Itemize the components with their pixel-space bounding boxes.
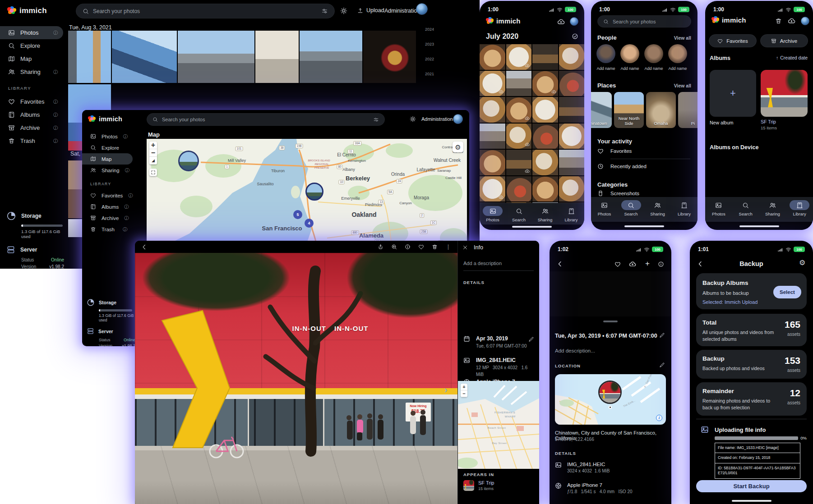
map-zoom-out-button[interactable]: − xyxy=(149,149,157,157)
photo-thumbnail[interactable] xyxy=(178,31,254,83)
add-name-label[interactable]: Add name xyxy=(644,66,663,71)
nav-item-photos[interactable]: Photos xyxy=(480,203,506,225)
back-button[interactable] xyxy=(557,261,564,267)
photo-thumbnail[interactable] xyxy=(112,31,177,83)
immich-logo[interactable]: immich xyxy=(7,6,47,15)
photo-thumbnail[interactable] xyxy=(559,71,585,96)
photo-preview[interactable] xyxy=(550,271,671,316)
theme-toggle-button[interactable] xyxy=(340,7,347,14)
add-name-label[interactable]: Add name xyxy=(596,66,615,71)
person[interactable]: Add name xyxy=(596,44,615,71)
info-icon[interactable]: ⓘ xyxy=(53,30,58,36)
photo-thumbnail[interactable] xyxy=(300,31,362,83)
search-input[interactable]: Search your photos xyxy=(76,4,335,18)
map-zoom-in-button[interactable]: + xyxy=(461,384,467,390)
nav-item-search[interactable]: Search xyxy=(618,197,644,222)
photo-thumbnail[interactable] xyxy=(532,124,558,149)
edit-location-button[interactable] xyxy=(659,362,665,368)
photo-thumbnail[interactable] xyxy=(532,176,558,202)
nav-item-library[interactable]: Library xyxy=(671,197,698,222)
delete-button[interactable] xyxy=(432,244,438,250)
nav-item-sharing[interactable]: Sharing xyxy=(759,197,786,222)
upload-cloud-button[interactable] xyxy=(629,261,636,268)
home-indicator[interactable] xyxy=(739,225,779,227)
info-icon[interactable]: ⓘ xyxy=(123,133,128,140)
theme-toggle-button[interactable] xyxy=(410,116,416,122)
photo-thumbnail[interactable] xyxy=(532,44,558,70)
photo-thumbnail[interactable] xyxy=(532,150,558,175)
upload-button[interactable]: Upload xyxy=(357,7,384,14)
trash-icon[interactable] xyxy=(775,18,782,24)
sidebar-item-map[interactable]: Map xyxy=(0,52,63,65)
backup-cloud-icon[interactable] xyxy=(788,17,795,25)
sidebar-item-explore[interactable]: Explore xyxy=(0,39,63,52)
face-thumbnail[interactable] xyxy=(644,44,663,63)
description-input[interactable]: Add a description xyxy=(463,261,534,266)
immich-logo[interactable]: immich xyxy=(88,115,122,123)
user-avatar[interactable] xyxy=(801,17,809,25)
photo-thumbnail[interactable] xyxy=(559,124,585,149)
sidebar-item-photos[interactable]: Photosⓘ xyxy=(0,26,63,39)
home-indicator[interactable] xyxy=(732,500,771,502)
map-zoom-controls[interactable]: + − ◢ xyxy=(149,142,157,165)
album-link[interactable]: SF Trip 15 items xyxy=(463,480,494,491)
favorite-button[interactable] xyxy=(418,244,424,250)
sheet-drag-handle[interactable] xyxy=(603,321,618,322)
sidebar-item-favorites[interactable]: Favoritesⓘ xyxy=(0,95,63,108)
location-map[interactable]: The Emb... d - San Francisco Ferry B... … xyxy=(555,374,666,425)
new-album-button[interactable]: + xyxy=(710,70,756,117)
map-cluster-marker[interactable]: 4 xyxy=(305,219,314,228)
sidebar-item-sharing[interactable]: Sharingⓘ xyxy=(0,65,63,78)
user-avatar[interactable] xyxy=(453,114,463,124)
map-compass-button[interactable]: ◢ xyxy=(149,157,157,165)
select-albums-button[interactable]: Select xyxy=(773,286,801,298)
administration-link[interactable]: Administration xyxy=(384,8,420,14)
sidebar-item-archive[interactable]: Archiveⓘ xyxy=(82,212,133,224)
map-zoom-out-button[interactable]: − xyxy=(461,390,467,397)
photo-thumbnail[interactable] xyxy=(532,97,558,123)
photo-thumbnail[interactable] xyxy=(559,176,585,202)
sidebar-item-sharing[interactable]: Sharingⓘ xyxy=(82,165,133,176)
photo-map-marker[interactable] xyxy=(598,380,622,404)
place-tile-omaha[interactable]: Omaha xyxy=(646,92,676,128)
nav-item-search[interactable]: Search xyxy=(732,197,759,222)
share-button[interactable] xyxy=(378,244,383,250)
nav-item-search[interactable]: Search xyxy=(506,203,532,225)
search-filters-icon[interactable] xyxy=(373,117,379,123)
info-icon[interactable]: ⓘ xyxy=(128,192,133,199)
map-photo-marker[interactable] xyxy=(178,151,199,171)
photo-thumbnail[interactable] xyxy=(532,71,558,96)
info-icon[interactable]: ⓘ xyxy=(53,125,58,131)
activity-recently-added[interactable]: Recently added xyxy=(597,163,647,170)
info-icon[interactable]: ⓘ xyxy=(123,226,127,233)
info-icon[interactable]: ⓘ xyxy=(53,138,58,144)
map-cluster-marker[interactable]: 5 xyxy=(293,210,302,219)
zoom-button[interactable] xyxy=(391,244,397,250)
category-screenshots[interactable]: Screenshots xyxy=(597,190,639,197)
search-input[interactable]: Search your photos xyxy=(597,15,691,27)
photo-thumbnail[interactable] xyxy=(506,71,532,96)
info-button[interactable] xyxy=(405,244,411,250)
person[interactable]: Add name xyxy=(668,44,687,71)
favorites-button[interactable]: Favorites xyxy=(709,34,757,47)
photo-thumbnail[interactable] xyxy=(480,150,505,175)
edit-button[interactable] xyxy=(528,336,534,342)
place-tile-pi[interactable]: Pi xyxy=(678,92,698,128)
map-settings-button[interactable]: ⚙ xyxy=(453,142,463,152)
nav-item-photos[interactable]: Photos xyxy=(705,197,732,222)
timeline-scrubber[interactable]: 2024202320222021 xyxy=(422,27,434,87)
info-icon[interactable] xyxy=(518,357,523,362)
sidebar-item-trash[interactable]: Trashⓘ xyxy=(82,224,133,235)
photo-thumbnail[interactable] xyxy=(506,44,532,70)
search-filters-icon[interactable] xyxy=(321,8,328,14)
info-button[interactable] xyxy=(658,261,664,267)
nav-item-sharing[interactable]: Sharing xyxy=(532,203,558,225)
album-sf-trip-tile[interactable] xyxy=(761,70,808,117)
location-map[interactable]: FISHERMAN'SWHARFBeach StreetBay Street +… xyxy=(458,381,539,469)
info-icon[interactable]: ⓘ xyxy=(53,69,58,75)
start-backup-button[interactable]: Start Backup xyxy=(696,480,807,492)
photo-thumbnail[interactable] xyxy=(363,31,416,83)
person[interactable]: Add name xyxy=(620,44,639,71)
info-icon[interactable]: ⓘ xyxy=(124,204,129,210)
map-attribution-icon[interactable]: i xyxy=(656,415,662,421)
